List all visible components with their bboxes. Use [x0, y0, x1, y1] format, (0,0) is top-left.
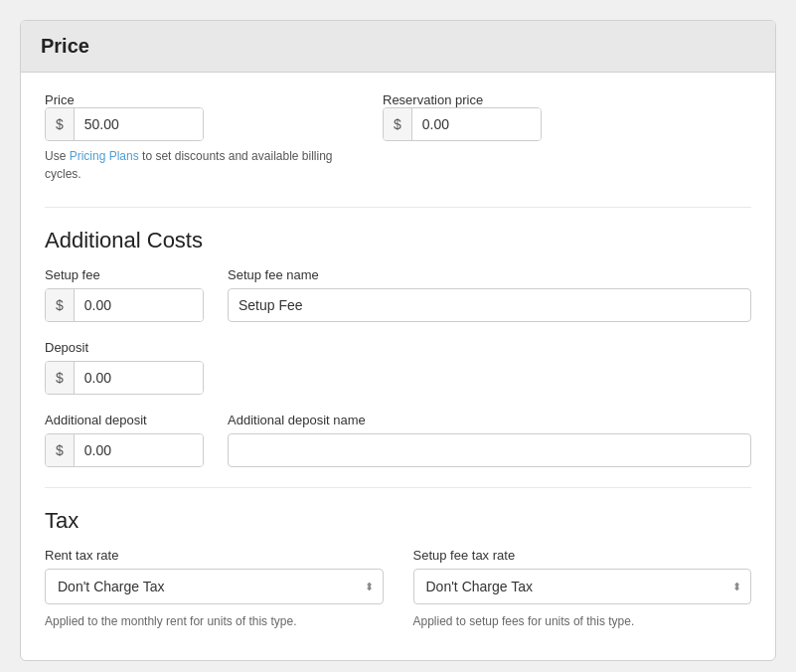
additional-deposit-name-input[interactable] — [228, 433, 751, 467]
hint-before: Use — [45, 149, 70, 163]
additional-deposit-input-wrapper: $ — [45, 433, 204, 467]
rent-tax-rate-field: Rent tax rate Don't Charge Tax 5% 10% 15… — [45, 548, 384, 628]
rent-tax-rate-hint: Applied to the monthly rent for units of… — [45, 614, 384, 628]
price-prefix: $ — [46, 108, 75, 140]
deposit-label: Deposit — [45, 340, 204, 355]
setup-fee-tax-rate-select[interactable]: Don't Charge Tax 5% 10% 15% 20% — [413, 569, 752, 604]
reservation-price-input-wrapper: $ — [383, 107, 542, 141]
price-row: Price $ Use Pricing Plans to set discoun… — [45, 92, 751, 183]
pricing-hint: Use Pricing Plans to set discounts and a… — [45, 147, 343, 183]
price-field-group: Price $ Use Pricing Plans to set discoun… — [45, 92, 343, 183]
card-header: Price — [21, 21, 775, 73]
page-title: Price — [41, 35, 755, 58]
setup-fee-name-group: Setup fee name — [228, 267, 751, 322]
setup-fee-tax-rate-hint: Applied to setup fees for units of this … — [413, 614, 752, 628]
setup-fee-row: Setup fee $ Setup fee name — [45, 267, 751, 322]
additional-deposit-name-group: Additional deposit name — [228, 413, 751, 467]
price-input-wrapper: $ — [45, 107, 204, 141]
reservation-price-prefix: $ — [384, 108, 412, 140]
rent-tax-rate-label: Rent tax rate — [45, 548, 384, 563]
tax-title: Tax — [45, 508, 751, 534]
deposit-group: Deposit $ — [45, 340, 204, 395]
divider-1 — [45, 207, 751, 208]
setup-fee-input[interactable] — [75, 289, 203, 321]
setup-fee-label: Setup fee — [45, 267, 204, 282]
additional-costs-section: Additional Costs Setup fee $ Setup fee n… — [45, 228, 751, 467]
deposit-row: Deposit $ — [45, 340, 751, 395]
tax-section: Tax Rent tax rate Don't Charge Tax 5% 10… — [45, 508, 751, 628]
reservation-price-input[interactable] — [412, 108, 541, 140]
additional-deposit-input[interactable] — [75, 434, 203, 466]
price-section: Price $ Use Pricing Plans to set discoun… — [45, 92, 751, 183]
setup-fee-group: Setup fee $ — [45, 267, 204, 322]
price-card: Price Price $ Use Pricing Plans to set d… — [20, 20, 776, 661]
setup-fee-tax-rate-field: Setup fee tax rate Don't Charge Tax 5% 1… — [413, 548, 752, 628]
setup-fee-prefix: $ — [46, 289, 75, 321]
setup-fee-input-wrapper: $ — [45, 288, 204, 322]
additional-deposit-label: Additional deposit — [45, 413, 204, 427]
reservation-price-label: Reservation price — [383, 92, 542, 107]
setup-fee-name-label: Setup fee name — [228, 267, 751, 282]
rent-tax-rate-select-wrapper: Don't Charge Tax 5% 10% 15% 20% — [45, 569, 384, 604]
setup-fee-tax-rate-select-wrapper: Don't Charge Tax 5% 10% 15% 20% — [413, 569, 752, 604]
additional-deposit-prefix: $ — [46, 434, 75, 466]
pricing-plans-link[interactable]: Pricing Plans — [70, 149, 139, 163]
setup-fee-tax-rate-label: Setup fee tax rate — [413, 548, 752, 563]
additional-deposit-name-label: Additional deposit name — [228, 413, 751, 427]
divider-2 — [45, 487, 751, 488]
setup-fee-name-input[interactable] — [228, 288, 751, 322]
additional-deposit-row: Additional deposit $ Additional deposit … — [45, 413, 751, 467]
price-label: Price — [45, 92, 343, 107]
deposit-input-wrapper: $ — [45, 361, 204, 395]
deposit-input[interactable] — [75, 362, 203, 394]
card-body: Price $ Use Pricing Plans to set discoun… — [21, 73, 775, 660]
tax-row: Rent tax rate Don't Charge Tax 5% 10% 15… — [45, 548, 751, 628]
additional-costs-title: Additional Costs — [45, 228, 751, 253]
reservation-price-field-group: Reservation price $ — [383, 92, 542, 141]
price-input[interactable] — [75, 108, 203, 140]
rent-tax-rate-select[interactable]: Don't Charge Tax 5% 10% 15% 20% — [45, 569, 384, 604]
deposit-prefix: $ — [46, 362, 75, 394]
additional-deposit-group: Additional deposit $ — [45, 413, 204, 467]
